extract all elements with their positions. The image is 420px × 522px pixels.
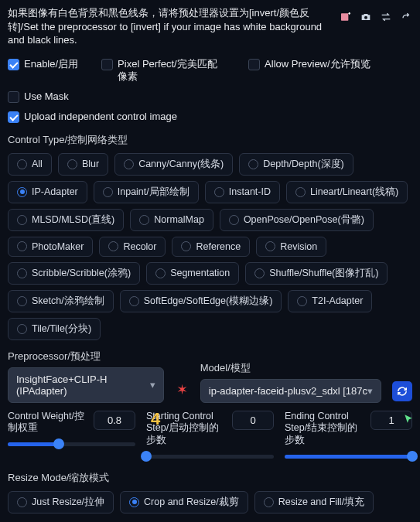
chevron-down-icon: ▾	[150, 379, 155, 391]
resize-mode-option[interactable]: Just Resize/拉伸	[8, 491, 114, 513]
control-type-option[interactable]: Recolor	[99, 237, 166, 257]
radio-icon	[139, 215, 149, 225]
checkbox-icon	[248, 59, 260, 70]
control-type-option[interactable]: Shuffle/Shuffle(图像打乱)	[245, 262, 388, 285]
radio-icon	[17, 268, 27, 278]
radio-icon	[124, 159, 134, 169]
radio-icon	[67, 159, 77, 169]
resize-mode-group: Just Resize/拉伸Crop and Resize/裁剪Resize a…	[8, 491, 412, 513]
control-type-option[interactable]: PhotoMaker	[8, 237, 93, 257]
camera-icon[interactable]	[360, 11, 372, 23]
radio-icon	[17, 187, 27, 197]
control-type-option[interactable]: SoftEdge/SoftEdge(模糊边缘)	[120, 290, 282, 312]
model-label: Model/模型	[200, 361, 381, 375]
checkbox-icon	[8, 91, 19, 103]
control-type-option[interactable]: IP-Adapter	[8, 181, 87, 203]
radio-icon	[17, 324, 27, 334]
control-type-option[interactable]: MLSD/MLSD(直线)	[8, 209, 124, 231]
radio-icon	[17, 497, 27, 507]
send-back-icon[interactable]	[400, 11, 412, 23]
radio-icon	[17, 159, 27, 169]
svg-rect-0	[341, 13, 348, 20]
control-weight-slider[interactable]: Control Weight/控制权重 0.8	[8, 411, 135, 459]
control-type-option[interactable]: Revision	[256, 237, 326, 257]
control-type-option[interactable]: Instant-ID	[205, 181, 280, 203]
chevron-down-icon: ▾	[367, 385, 373, 397]
resize-mode-option[interactable]: Resize and Fill/填充	[254, 491, 374, 513]
upload-independent-checkbox[interactable]: Upload independent control image	[8, 111, 177, 123]
enable-checkbox[interactable]: Enable/启用	[8, 58, 78, 84]
preprocessor-hint-text: 如果图像有白色背景和黑色线条，请将预处理器设置为[invert/颜色反转]/Se…	[8, 6, 333, 47]
radio-icon	[229, 215, 239, 225]
image-new-icon[interactable]	[340, 11, 352, 23]
control-type-group: AllBlurCanny/Canny(线条)Depth/Depth(深度)IP-…	[8, 153, 412, 340]
control-type-option[interactable]: Lineart/Lineart(线稿)	[286, 181, 408, 203]
starting-step-slider[interactable]: Starting Control Step/启动控制的步数 0	[146, 411, 274, 459]
control-weight-value[interactable]: 0.8	[94, 411, 135, 430]
control-type-option[interactable]: Inpaint/局部绘制	[94, 181, 199, 203]
radio-icon	[265, 241, 275, 251]
checkbox-icon	[101, 59, 113, 70]
radio-icon	[108, 241, 118, 251]
radio-icon	[129, 296, 139, 306]
pixel-perfect-checkbox[interactable]: Pixel Perfect/完美匹配像素	[101, 58, 225, 84]
starting-step-value[interactable]: 0	[232, 411, 274, 430]
control-type-option[interactable]: T2I-Adapter	[288, 290, 372, 312]
resize-mode-label: Resize Mode/缩放模式	[8, 471, 412, 485]
control-type-option[interactable]: NormalMap	[130, 209, 213, 231]
checkbox-icon	[8, 59, 19, 70]
radio-icon	[264, 497, 274, 507]
control-type-option[interactable]: Segmentation	[146, 262, 239, 285]
radio-icon	[297, 296, 307, 306]
mouse-cursor-icon	[403, 412, 414, 426]
explosion-icon[interactable]: ✶	[175, 381, 190, 403]
swap-icon[interactable]	[380, 11, 392, 23]
control-type-option[interactable]: Blur	[58, 153, 108, 176]
radio-icon	[295, 187, 306, 197]
control-type-option[interactable]: Reference	[172, 237, 250, 257]
control-type-option[interactable]: Sketch/涂鸦绘制	[8, 290, 114, 312]
refresh-model-button[interactable]	[392, 381, 412, 401]
preprocessor-select[interactable]: InsightFace+CLIP-H (IPAdapter) ▾	[8, 367, 164, 403]
ending-step-slider[interactable]: Ending Control Step/结束控制的步数 1	[285, 411, 412, 459]
image-action-icons	[340, 6, 412, 23]
radio-icon	[17, 296, 27, 306]
control-type-option[interactable]: Tile/Tile(分块)	[8, 318, 101, 340]
radio-icon	[181, 241, 191, 251]
preprocessor-label: Preprocessor/预处理	[8, 350, 164, 363]
radio-icon	[129, 497, 139, 507]
svg-point-1	[364, 16, 367, 19]
radio-icon	[254, 268, 265, 278]
checkbox-icon	[8, 111, 19, 123]
control-type-option[interactable]: All	[8, 153, 52, 176]
control-type-option[interactable]: Depth/Depth(深度)	[239, 153, 353, 176]
resize-mode-option[interactable]: Crop and Resize/裁剪	[120, 491, 248, 513]
radio-icon	[155, 268, 166, 278]
model-select[interactable]: ip-adapter-faceid-plusv2_sdxl [187c ▾	[200, 379, 381, 403]
radio-icon	[103, 187, 113, 197]
radio-icon	[248, 159, 258, 169]
control-type-option[interactable]: OpenPose/OpenPose(骨骼)	[220, 209, 374, 231]
control-type-option[interactable]: Scribble/Scribble(涂鸦)	[8, 262, 140, 285]
radio-icon	[17, 215, 27, 225]
allow-preview-checkbox[interactable]: Allow Preview/允许预览	[248, 58, 370, 84]
use-mask-checkbox[interactable]: Use Mask	[8, 90, 69, 103]
control-type-label: Control Type/控制网络类型	[8, 133, 412, 147]
radio-icon	[214, 187, 224, 197]
radio-icon	[17, 241, 27, 251]
control-type-option[interactable]: Canny/Canny(线条)	[114, 153, 233, 176]
